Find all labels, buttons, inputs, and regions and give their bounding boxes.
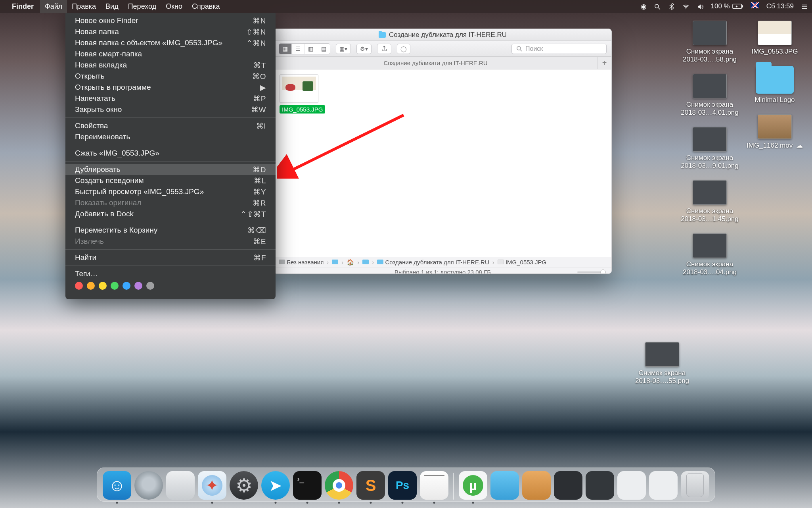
menu-item[interactable]: Сжать «IMG_0553.JPG» (65, 148, 276, 159)
tag-color[interactable] (123, 282, 130, 290)
desktop-thumbnail (645, 342, 679, 367)
menu-item[interactable]: Открыть в программе▶ (65, 82, 276, 93)
menu-item[interactable]: Создать псевдоним⌘L (65, 175, 276, 186)
finder-title-bar[interactable]: Создание дубликата для IT-HERE.RU (274, 29, 611, 41)
finder-tab[interactable]: Создание дубликата для IT-HERE.RU (274, 57, 597, 69)
svg-rect-4 (742, 5, 743, 8)
menu-window[interactable]: Окно (161, 0, 187, 13)
desktop-item[interactable]: Minimal Logo (744, 66, 806, 104)
desktop-item[interactable]: Снимок экрана2018-03….55.png (631, 342, 693, 385)
menu-item[interactable]: Переместить в Корзину⌘⌫ (65, 225, 276, 236)
input-source-flag[interactable] (751, 2, 759, 10)
tag-color[interactable] (134, 282, 142, 290)
desktop-item[interactable]: Снимок экрана2018-03…9.01.png (679, 127, 741, 170)
dock-item-min-2[interactable] (617, 471, 646, 500)
file-item[interactable]: IMG_0553.JPG (280, 74, 321, 114)
menu-item[interactable]: Новая смарт-папка (65, 48, 276, 60)
view-coverflow-button[interactable]: ▤ (317, 44, 330, 54)
dock-item-safari[interactable]: ✦ (198, 471, 226, 500)
dock-item-min-1[interactable] (586, 471, 614, 500)
new-tab-button[interactable]: + (597, 57, 611, 69)
dock-item-folder-1[interactable] (490, 471, 519, 500)
menu-item[interactable]: Новое окно Finder⌘N (65, 15, 276, 26)
view-icons-button[interactable]: ▦ (279, 44, 292, 54)
path-segment[interactable] (332, 259, 338, 266)
menu-item[interactable]: Напечатать⌘P (65, 93, 276, 104)
tag-color[interactable] (111, 282, 119, 290)
view-list-button[interactable]: ☰ (292, 44, 304, 54)
desktop-item[interactable]: IMG_1162.mov ☁︎ (744, 114, 806, 150)
wifi-icon[interactable] (682, 2, 689, 10)
desktop-item[interactable]: IMG_0553.JPG (744, 21, 806, 56)
path-segment[interactable]: Создание дубликата для IT-HERE.RU (377, 259, 489, 266)
menu-item[interactable]: Быстрый просмотр «IMG_0553.JPG»⌘Y (65, 186, 276, 197)
desktop-thumbnail (693, 233, 727, 258)
menu-item[interactable]: Дублировать⌘D (65, 164, 276, 175)
menu-item[interactable]: Добавить в Dock⌃⇧⌘T (65, 208, 276, 219)
dock-item-chrome[interactable] (325, 471, 353, 500)
menu-item[interactable]: Новая папка с объектом «IMG_0553.JPG»⌃⌘N (65, 37, 276, 48)
dock-item-photoshop[interactable]: Ps (388, 471, 417, 500)
menu-item[interactable]: Теги… (65, 268, 276, 279)
dock-item-finder[interactable]: ☺ (103, 471, 131, 500)
volume-icon[interactable] (697, 2, 704, 10)
menu-item[interactable]: Свойства⌘I (65, 120, 276, 131)
finder-window-title: Создание дубликата для IT-HERE.RU (389, 31, 507, 39)
notifications-icon[interactable] (801, 2, 808, 10)
menu-file[interactable]: Файл (40, 0, 67, 13)
menu-view[interactable]: Вид (101, 0, 123, 13)
dock-item-sublime[interactable]: S (356, 471, 385, 500)
menu-item[interactable]: Новая вкладка⌘T (65, 60, 276, 71)
tag-color[interactable] (87, 282, 95, 290)
view-columns-button[interactable]: ▥ (304, 44, 317, 54)
path-segment[interactable] (362, 259, 369, 266)
siri-icon[interactable]: ◉ (641, 2, 647, 11)
tags-button[interactable]: ◯ (397, 44, 410, 54)
tag-color[interactable] (146, 282, 154, 290)
desktop-item[interactable]: Снимок экрана2018-03….04.png (679, 233, 741, 276)
finder-file-area[interactable]: IMG_0553.JPG (274, 69, 611, 257)
tag-color[interactable] (99, 282, 107, 290)
desktop-item[interactable]: Снимок экрана2018-03…1.45.png (679, 180, 741, 223)
path-segment[interactable]: 🏠 (347, 259, 354, 266)
desktop-item[interactable]: Снимок экрана2018-03…4.01.png (679, 74, 741, 117)
dock-item-min-3[interactable] (649, 471, 678, 500)
share-button[interactable] (377, 44, 391, 54)
dock-item-trash[interactable] (681, 471, 709, 500)
dock-item-telegram[interactable]: ➤ (261, 471, 290, 500)
clock[interactable]: Сб 13:59 (766, 2, 794, 10)
menu-item[interactable]: Открыть⌘O (65, 71, 276, 82)
dock-item-terminal[interactable]: ›_ (293, 471, 322, 500)
dock-item-utorrent[interactable]: µ (459, 471, 487, 500)
dock-item-settings[interactable]: ⚙ (230, 471, 258, 500)
dock-item-app-x[interactable] (166, 471, 195, 500)
search-placeholder: Поиск (525, 45, 543, 52)
status-text: Выбрано 1 из 1; доступно 23,08 ГБ (395, 269, 491, 274)
tag-color[interactable] (75, 282, 83, 290)
icon-size-slider[interactable] (577, 269, 606, 274)
menu-item[interactable]: Новая папка⇧⌘N (65, 26, 276, 37)
battery-status[interactable]: 100 % (711, 2, 743, 10)
dock-item-folder-3[interactable] (554, 471, 582, 500)
action-button[interactable]: ⚙▾ (356, 44, 372, 54)
dock-separator (453, 473, 454, 500)
dock-item-launchpad[interactable] (134, 471, 163, 500)
path-segment[interactable]: Без названия (279, 259, 324, 266)
finder-search[interactable]: Поиск (511, 44, 607, 54)
menu-item[interactable]: Закрыть окно⌘W (65, 104, 276, 115)
menu-item[interactable]: Найти⌘F (65, 252, 276, 263)
arrange-button[interactable]: ▦▾ (336, 44, 351, 54)
finder-path-bar: Без названия› ›🏠 › › Создание дубликата … (274, 257, 611, 267)
desktop-icons-col-1b: Снимок экрана2018-03….55.png (631, 342, 693, 385)
dock-item-folder-2[interactable] (522, 471, 551, 500)
path-segment[interactable]: IMG_0553.JPG (498, 259, 547, 266)
menu-item[interactable]: Переименовать (65, 131, 276, 142)
app-name[interactable]: Finder (12, 2, 34, 11)
desktop-item[interactable]: Снимок экрана2018-03….58.png (679, 21, 741, 64)
menu-go[interactable]: Переход (123, 0, 161, 13)
spotlight-icon[interactable] (654, 2, 661, 10)
bluetooth-icon[interactable] (668, 2, 675, 10)
dock-item-textedit[interactable] (420, 471, 448, 500)
menu-help[interactable]: Справка (187, 0, 225, 13)
menu-edit[interactable]: Правка (67, 0, 101, 13)
